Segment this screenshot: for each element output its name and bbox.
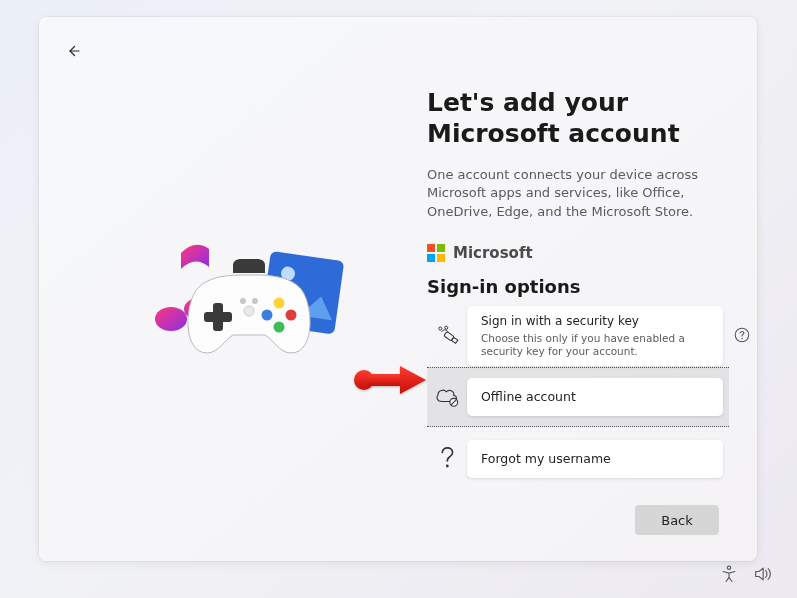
back-button-label: Back xyxy=(661,513,693,528)
svg-rect-7 xyxy=(204,312,232,322)
svg-point-9 xyxy=(286,310,297,321)
help-circle-icon xyxy=(733,326,751,344)
option-forgot-title: Forgot my username xyxy=(481,451,709,467)
volume-icon xyxy=(753,564,775,584)
svg-point-11 xyxy=(274,322,285,333)
volume-button[interactable] xyxy=(753,564,775,588)
help-button[interactable] xyxy=(733,326,751,348)
svg-point-12 xyxy=(240,298,246,304)
svg-point-4 xyxy=(155,307,187,331)
svg-rect-19 xyxy=(444,332,454,341)
svg-point-16 xyxy=(741,338,743,340)
microsoft-brand-label: Microsoft xyxy=(453,244,533,262)
signin-options-heading: Sign-in options xyxy=(427,276,729,297)
svg-point-17 xyxy=(439,327,442,330)
arrow-left-icon xyxy=(64,42,82,60)
svg-point-23 xyxy=(446,465,449,468)
accessibility-icon xyxy=(719,564,739,584)
svg-point-18 xyxy=(445,326,448,329)
option-security-key-desc: Choose this only if you have enabled a s… xyxy=(481,332,709,358)
svg-point-14 xyxy=(244,306,254,316)
page-title: Let's add your Microsoft account xyxy=(427,87,729,150)
microsoft-brand: Microsoft xyxy=(427,244,729,262)
option-offline-title: Offline account xyxy=(481,389,709,405)
option-forgot-username[interactable]: Forgot my username xyxy=(427,429,723,489)
oobe-dialog: Let's add your Microsoft account One acc… xyxy=(39,17,757,561)
svg-point-8 xyxy=(274,298,285,309)
microsoft-logo-icon xyxy=(427,244,445,262)
svg-point-27 xyxy=(727,566,730,569)
option-security-key-title: Sign in with a security key xyxy=(481,314,709,330)
page-subtitle: One account connects your device across … xyxy=(427,166,729,223)
system-tray xyxy=(719,564,775,588)
cloud-offline-icon xyxy=(427,384,467,410)
security-key-icon xyxy=(427,321,467,351)
back-arrow-button[interactable] xyxy=(61,39,85,63)
question-icon xyxy=(427,445,467,473)
back-button[interactable]: Back xyxy=(635,505,719,535)
option-security-key[interactable]: Sign in with a security key Choose this … xyxy=(427,305,723,367)
svg-point-13 xyxy=(252,298,258,304)
svg-point-10 xyxy=(262,310,273,321)
option-offline-account[interactable]: Offline account xyxy=(427,367,723,427)
accessibility-button[interactable] xyxy=(719,564,739,588)
illustration xyxy=(129,233,359,393)
